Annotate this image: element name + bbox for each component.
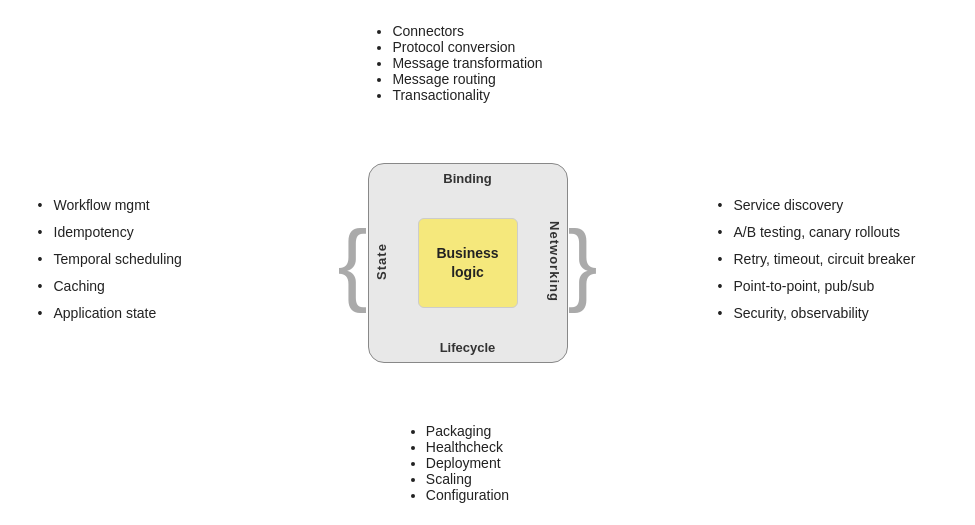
- business-logic-label: Businesslogic: [436, 244, 498, 280]
- list-item: Connectors: [392, 23, 542, 39]
- right-list: Service discovery A/B testing, canary ro…: [718, 195, 938, 330]
- list-item: Workflow mgmt: [38, 195, 218, 216]
- networking-label-container: Networking: [547, 221, 562, 305]
- list-item: Configuration: [426, 487, 509, 503]
- left-panel: Workflow mgmt Idempotency Temporal sched…: [18, 195, 238, 330]
- list-item: Message routing: [392, 71, 542, 87]
- list-item: Deployment: [426, 455, 509, 471]
- left-list: Workflow mgmt Idempotency Temporal sched…: [38, 195, 218, 330]
- list-item: Security, observability: [718, 303, 938, 324]
- center-column: Connectors Protocol conversion Message t…: [318, 13, 618, 513]
- layout: Workflow mgmt Idempotency Temporal sched…: [18, 13, 958, 513]
- list-item: Packaging: [426, 423, 509, 439]
- binding-label: Binding: [443, 171, 491, 186]
- list-item: Service discovery: [718, 195, 938, 216]
- bottom-list-container: Packaging Healthcheck Deployment Scaling…: [426, 423, 509, 503]
- diagram-container: Workflow mgmt Idempotency Temporal sched…: [18, 13, 958, 513]
- center-box-wrapper: { Binding Lifecycle State: [337, 103, 597, 423]
- list-item: A/B testing, canary rollouts: [718, 222, 938, 243]
- lifecycle-label: Lifecycle: [440, 340, 496, 355]
- top-list: Connectors Protocol conversion Message t…: [392, 23, 542, 103]
- business-logic-box: Businesslogic: [418, 218, 518, 308]
- list-item: Message transformation: [392, 55, 542, 71]
- list-item: Application state: [38, 303, 218, 324]
- list-item: Caching: [38, 276, 218, 297]
- list-item: Healthcheck: [426, 439, 509, 455]
- list-item: Protocol conversion: [392, 39, 542, 55]
- list-item: Temporal scheduling: [38, 249, 218, 270]
- right-panel: Service discovery A/B testing, canary ro…: [698, 195, 958, 330]
- bottom-list: Packaging Healthcheck Deployment Scaling…: [426, 423, 509, 503]
- list-item: Retry, timeout, circuit breaker: [718, 249, 938, 270]
- list-item: Idempotency: [38, 222, 218, 243]
- networking-label: Networking: [547, 221, 562, 302]
- list-item: Transactionality: [392, 87, 542, 103]
- top-list-container: Connectors Protocol conversion Message t…: [392, 23, 542, 103]
- list-item: Point-to-point, pub/sub: [718, 276, 938, 297]
- list-item: Scaling: [426, 471, 509, 487]
- state-label-container: State: [374, 243, 389, 283]
- state-label: State: [374, 243, 389, 280]
